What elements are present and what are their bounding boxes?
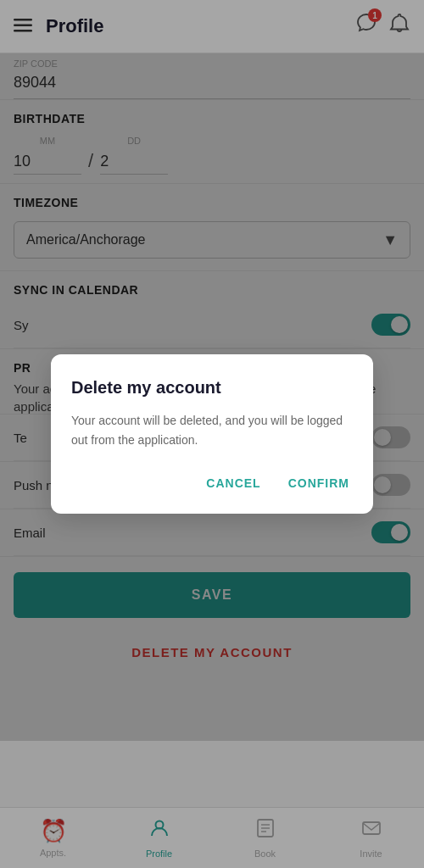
confirm-button[interactable]: CONFIRM (285, 470, 353, 497)
dialog-title: Delete my account (71, 378, 353, 398)
dialog-actions: CANCEL CONFIRM (71, 470, 353, 497)
dialog-message: Your account will be deleted, and you wi… (71, 411, 353, 449)
delete-account-dialog: Delete my account Your account will be d… (51, 354, 373, 514)
cancel-button[interactable]: CANCEL (203, 470, 264, 497)
dialog-overlay: Delete my account Your account will be d… (0, 0, 424, 868)
